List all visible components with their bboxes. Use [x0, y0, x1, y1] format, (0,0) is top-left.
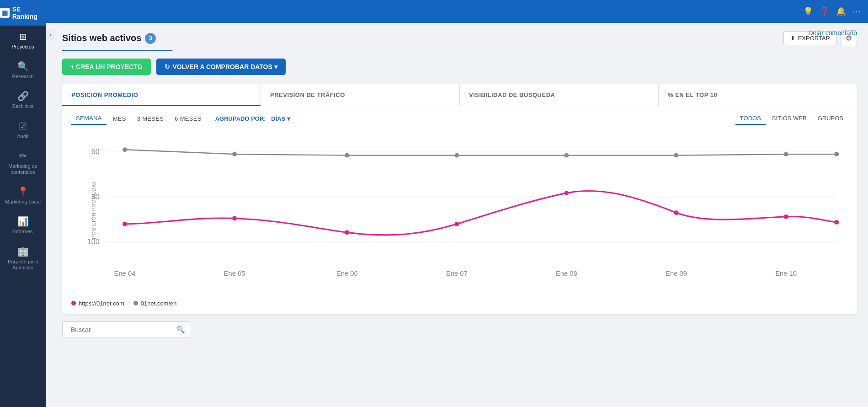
export-up-icon: ⬆ [790, 35, 795, 42]
chart-card: POSICIÓN PROMEDIOPREVISIÓN DE TRÁFICOVIS… [62, 84, 857, 314]
sidebar-item-research[interactable]: 🔍Research [0, 55, 46, 85]
app-logo[interactable]: SE Ranking [0, 0, 46, 26]
svg-point-13 [122, 147, 127, 152]
main-wrapper: 💡 ❓ 🔔 ⋯ › Dejar comentario Sitios web ac… [46, 0, 868, 407]
collapse-toggle[interactable]: › [46, 29, 55, 40]
svg-text:Ene 10: Ene 10 [775, 270, 797, 277]
sidebar-item-audit[interactable]: ☑Audit [0, 115, 46, 145]
chart-area: POSICIÓN PROMEDIO 60 80 100 Ene 04 Ene 0… [62, 125, 857, 296]
content-area: › Dejar comentario Sitios web activos 3 … [46, 23, 868, 407]
svg-text:100: 100 [87, 238, 100, 246]
svg-point-21 [122, 222, 127, 226]
sidebar-item-proyectos[interactable]: ⊞Proyectos [0, 26, 46, 55]
chart-controls: SEMANAMES3 MESES6 MESESAGRUPADO POR: DÍA… [62, 106, 857, 125]
view-tab-grupos[interactable]: GRUPOS [813, 112, 848, 125]
sidebar-item-marketing-contenidos[interactable]: ✏Marketing de contenidos [0, 145, 46, 181]
group-by-selector[interactable]: AGRUPADO POR: DÍAS ▾ [215, 115, 290, 122]
create-project-button[interactable]: + CREA UN PROYECTO [62, 59, 151, 75]
search-icon[interactable]: 🔍 [176, 326, 185, 334]
period-tab-3meses[interactable]: 3 MESES [133, 113, 168, 124]
svg-text:Ene 06: Ene 06 [336, 270, 358, 277]
app-name: SE Ranking [12, 5, 46, 20]
svg-text:Ene 04: Ene 04 [114, 270, 136, 277]
dejar-comentario-link[interactable]: Dejar comentario [808, 29, 857, 37]
svg-text:Ene 08: Ene 08 [556, 270, 577, 277]
period-tabs: SEMANAMES3 MESES6 MESESAGRUPADO POR: DÍA… [71, 112, 290, 125]
metric-tabs: POSICIÓN PROMEDIOPREVISIÓN DE TRÁFICOVIS… [62, 84, 857, 106]
legend-label: 01net.com/en [141, 300, 177, 307]
sidebar-item-informes[interactable]: 📊Informes [0, 210, 46, 240]
backlinks-icon: 🔗 [17, 91, 29, 102]
svg-point-27 [784, 214, 788, 219]
marketing-local-icon: 📍 [17, 186, 29, 197]
period-tab-semana[interactable]: SEMANA [71, 112, 107, 125]
svg-point-20 [834, 152, 839, 156]
legend-item: 01net.com/en [133, 300, 177, 307]
svg-point-16 [454, 153, 459, 158]
svg-text:Ene 09: Ene 09 [666, 270, 687, 277]
chart-legend: https://01net.com01net.com/en [62, 296, 857, 314]
legend-dot [133, 301, 138, 305]
page-title-area: Sitios web activos 3 [62, 33, 156, 44]
audit-icon: ☑ [19, 121, 27, 132]
svg-text:Ene 07: Ene 07 [446, 270, 468, 277]
y-axis-label: POSICIÓN PROMEDIO [91, 182, 96, 239]
sidebar: SE Ranking ⊞Proyectos🔍Research🔗Backlinks… [0, 0, 46, 407]
svg-point-14 [232, 152, 237, 156]
sidebar-label-proyectos: Proyectos [12, 44, 34, 50]
svg-point-23 [345, 230, 349, 235]
svg-point-24 [454, 222, 459, 226]
metric-tab-top10[interactable]: % EN EL TOP 10 [659, 84, 857, 106]
help-icon[interactable]: ❓ [820, 6, 830, 16]
search-box[interactable]: 🔍 [62, 321, 190, 338]
svg-point-19 [784, 152, 788, 156]
sidebar-label-backlinks: Backlinks [12, 103, 33, 109]
proyectos-icon: ⊞ [19, 31, 27, 42]
legend-label: https://01net.com [79, 300, 124, 307]
check-label: VOLVER A COMPROBAR DATOS ▾ [173, 63, 277, 70]
legend-item: https://01net.com [71, 300, 124, 307]
svg-point-22 [232, 216, 237, 221]
check-data-button[interactable]: ↻ VOLVER A COMPROBAR DATOS ▾ [156, 59, 286, 75]
sidebar-label-research: Research [12, 74, 33, 80]
sidebar-label-marketing-local: Marketing Local [5, 199, 41, 205]
search-input[interactable] [67, 322, 176, 337]
bell-icon[interactable]: 🔔 [836, 6, 846, 16]
page-title: Sitios web activos [62, 33, 141, 43]
svg-text:Ene 05: Ene 05 [224, 270, 245, 277]
marketing-contenidos-icon: ✏ [19, 150, 27, 161]
svg-point-28 [834, 220, 839, 225]
chart-svg: 60 80 100 Ene 04 Ene 05 Ene 06 Ene 07 En… [71, 129, 848, 287]
page-header: Sitios web activos 3 ⬆ EXPORTAR ⚙ [62, 23, 857, 46]
svg-text:60: 60 [91, 148, 100, 155]
informes-icon: 📊 [17, 216, 29, 227]
topbar-icons: 💡 ❓ 🔔 ⋯ [803, 6, 861, 16]
view-tab-sitios[interactable]: SITIOS WEB [767, 112, 811, 125]
more-icon[interactable]: ⋯ [852, 6, 861, 16]
svg-point-25 [564, 191, 569, 195]
research-icon: 🔍 [17, 61, 29, 72]
sidebar-item-paquete-agencias[interactable]: 🏢Paquete para Agencias [0, 241, 46, 276]
sidebar-label-marketing-contenidos: Marketing de contenidos [2, 163, 44, 175]
period-tab-mes[interactable]: MES [108, 113, 131, 124]
lightbulb-icon[interactable]: 💡 [803, 6, 813, 16]
svg-point-15 [345, 153, 349, 158]
group-by-label: AGRUPADO POR: [215, 115, 266, 122]
sidebar-item-marketing-local[interactable]: 📍Marketing Local [0, 181, 46, 210]
title-underline [62, 50, 172, 51]
svg-point-18 [674, 153, 679, 158]
svg-point-17 [564, 153, 569, 158]
action-buttons: + CREA UN PROYECTO ↻ VOLVER A COMPROBAR … [62, 59, 857, 75]
refresh-icon: ↻ [165, 63, 170, 70]
group-by-value[interactable]: DÍAS ▾ [271, 115, 290, 122]
page-content: Sitios web activos 3 ⬆ EXPORTAR ⚙ + CREA… [46, 23, 868, 349]
view-tab-todos[interactable]: TODOS [735, 112, 766, 125]
metric-tab-visibilidad[interactable]: VISIBILIDAD DE BÚSQUEDA [460, 84, 659, 106]
metric-tab-posicion[interactable]: POSICIÓN PROMEDIO [62, 84, 261, 106]
metric-tab-prevision[interactable]: PREVISIÓN DE TRÁFICO [261, 84, 460, 106]
legend-dot [71, 301, 76, 305]
active-sites-badge: 3 [145, 33, 156, 44]
logo-icon [0, 8, 10, 18]
sidebar-item-backlinks[interactable]: 🔗Backlinks [0, 85, 46, 115]
period-tab-6meses[interactable]: 6 MESES [170, 113, 206, 124]
